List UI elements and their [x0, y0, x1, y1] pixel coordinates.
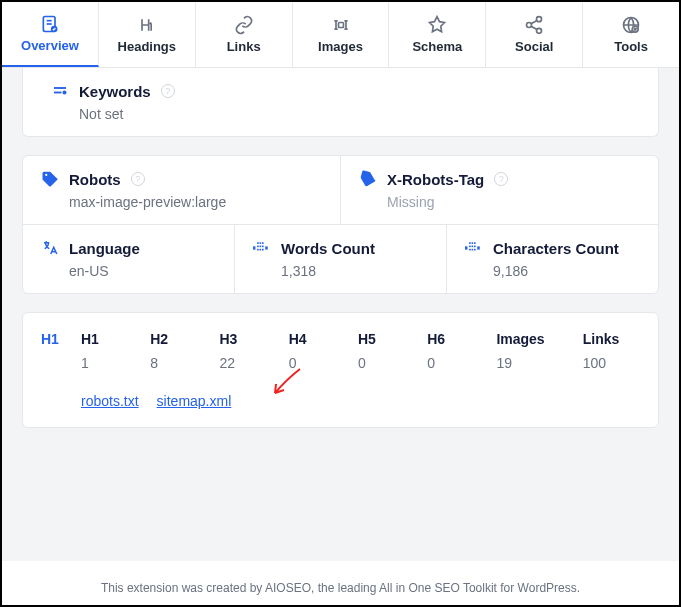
svg-rect-26	[465, 246, 467, 249]
svg-point-6	[527, 23, 532, 28]
sitemap-xml-link[interactable]: sitemap.xml	[157, 393, 232, 409]
robots-txt-link[interactable]: robots.txt	[81, 393, 139, 409]
svg-point-5	[537, 17, 542, 22]
social-icon	[524, 15, 544, 35]
tab-tools[interactable]: Tools	[583, 2, 679, 67]
language-value: en-US	[69, 263, 216, 279]
col-head: H4	[289, 331, 346, 347]
robots-icon	[41, 170, 59, 188]
tab-label: Social	[515, 39, 553, 54]
svg-line-8	[531, 20, 537, 23]
xrobots-icon	[359, 170, 377, 188]
svg-rect-36	[477, 246, 479, 249]
svg-point-14	[63, 91, 65, 93]
col-head: H6	[427, 331, 484, 347]
svg-rect-20	[260, 246, 262, 248]
keywords-label: Keywords	[79, 83, 151, 100]
svg-rect-16	[257, 242, 259, 244]
tab-label: Schema	[412, 39, 462, 54]
keywords-icon	[51, 82, 69, 100]
xrobots-value: Missing	[387, 194, 640, 210]
words-icon	[253, 239, 271, 257]
col-val: 19	[496, 355, 570, 371]
svg-rect-34	[472, 249, 474, 251]
svg-rect-31	[472, 246, 474, 248]
col-head: H2	[150, 331, 207, 347]
headings-card: H1 H11 H28 H322 H40 H50 H60 Images19 Lin…	[22, 312, 659, 428]
tab-bar: Overview Headings Links Images Schema So…	[2, 2, 679, 68]
col-head: H1	[81, 331, 138, 347]
help-icon[interactable]: ?	[494, 172, 508, 186]
svg-rect-19	[257, 246, 259, 248]
tab-label: Tools	[614, 39, 648, 54]
tab-schema[interactable]: Schema	[389, 2, 486, 67]
tab-social[interactable]: Social	[486, 2, 583, 67]
keywords-card: Keywords ? Not set	[22, 68, 659, 137]
chars-icon	[465, 239, 483, 257]
links-icon	[234, 15, 254, 35]
tab-overview[interactable]: Overview	[2, 2, 99, 67]
language-icon	[41, 239, 59, 257]
footer-text: This extension was created by AIOSEO, th…	[2, 561, 679, 607]
words-value: 1,318	[281, 263, 428, 279]
robots-value: max-image-preview:large	[69, 194, 322, 210]
tab-headings[interactable]: Headings	[99, 2, 196, 67]
schema-icon	[427, 15, 447, 35]
xrobots-label: X-Robots-Tag	[387, 171, 484, 188]
col-head: Images	[496, 331, 570, 347]
svg-rect-23	[260, 249, 262, 251]
svg-rect-22	[257, 249, 259, 251]
language-label: Language	[69, 240, 140, 257]
content-area: Keywords ? Not set Robots ? max-image-pr…	[2, 68, 679, 561]
svg-rect-15	[253, 246, 255, 249]
keywords-value: Not set	[79, 106, 640, 122]
robots-lang-card: Robots ? max-image-preview:large X-Robot…	[22, 155, 659, 294]
svg-rect-27	[469, 242, 471, 244]
tab-label: Overview	[21, 38, 79, 53]
tab-label: Images	[318, 39, 363, 54]
svg-line-9	[531, 26, 537, 29]
images-icon	[331, 15, 351, 35]
h1-badge: H1	[41, 331, 71, 347]
col-val: 0	[289, 355, 346, 371]
svg-rect-28	[472, 242, 474, 244]
svg-rect-18	[262, 242, 264, 244]
svg-rect-30	[469, 246, 471, 248]
svg-rect-4	[338, 23, 343, 28]
svg-rect-24	[262, 249, 264, 251]
robots-label: Robots	[69, 171, 121, 188]
overview-icon	[40, 14, 60, 34]
svg-rect-33	[469, 249, 471, 251]
headings-columns: H11 H28 H322 H40 H50 H60 Images19 Links1…	[81, 331, 640, 371]
svg-rect-21	[262, 246, 264, 248]
tools-icon	[621, 15, 641, 35]
tab-images[interactable]: Images	[293, 2, 390, 67]
col-val: 100	[583, 355, 640, 371]
col-val: 0	[427, 355, 484, 371]
col-val: 0	[358, 355, 415, 371]
help-icon[interactable]: ?	[161, 84, 175, 98]
col-val: 1	[81, 355, 138, 371]
chars-label: Characters Count	[493, 240, 619, 257]
tab-label: Headings	[118, 39, 177, 54]
headings-icon	[137, 15, 157, 35]
words-label: Words Count	[281, 240, 375, 257]
svg-rect-25	[265, 246, 267, 249]
chars-value: 9,186	[493, 263, 640, 279]
svg-rect-35	[474, 249, 476, 251]
col-head: H3	[219, 331, 276, 347]
help-icon[interactable]: ?	[131, 172, 145, 186]
svg-rect-29	[474, 242, 476, 244]
tab-links[interactable]: Links	[196, 2, 293, 67]
col-head: Links	[583, 331, 640, 347]
col-val: 22	[219, 355, 276, 371]
tab-label: Links	[227, 39, 261, 54]
col-head: H5	[358, 331, 415, 347]
svg-rect-17	[260, 242, 262, 244]
svg-rect-32	[474, 246, 476, 248]
svg-point-7	[537, 28, 542, 33]
col-val: 8	[150, 355, 207, 371]
